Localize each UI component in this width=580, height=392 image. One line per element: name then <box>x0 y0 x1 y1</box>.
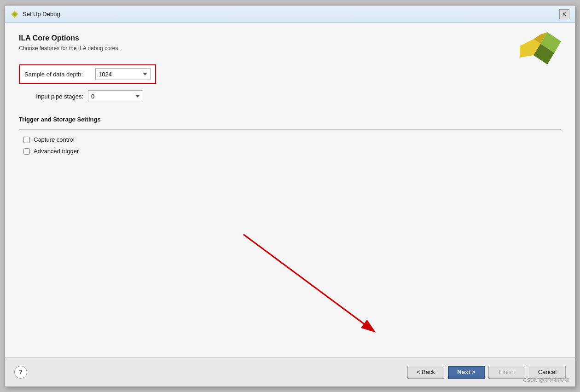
dialog-window: Set Up Debug ✕ ILA Core Options Choose f… <box>5 5 575 387</box>
input-pipe-label: Input pipe stages: <box>19 93 83 100</box>
close-button[interactable]: ✕ <box>559 9 569 19</box>
watermark: CSDN @岁月指尖流 <box>523 377 569 384</box>
sample-depth-select[interactable]: 1024 512 256 128 2048 4096 <box>95 68 151 80</box>
svg-line-7 <box>244 234 375 331</box>
input-pipe-select[interactable]: 0 1 2 3 4 5 <box>88 90 143 102</box>
finish-button[interactable]: Finish <box>488 366 525 379</box>
footer-left: ? <box>14 366 27 379</box>
page-subtitle: Choose features for the ILA debug cores. <box>19 45 561 52</box>
dialog-title: Set Up Debug <box>23 11 60 17</box>
capture-control-row: Capture control <box>23 136 561 143</box>
vivado-logo <box>520 32 561 69</box>
content-area: ILA Core Options Choose features for the… <box>5 23 575 357</box>
capture-control-checkbox[interactable] <box>23 137 30 143</box>
input-pipe-row: Input pipe stages: 0 1 2 3 4 5 <box>19 90 561 102</box>
back-button[interactable]: < Back <box>407 366 444 379</box>
title-bar: Set Up Debug ✕ <box>5 6 575 23</box>
sample-depth-label: Sample of data depth: <box>24 71 89 78</box>
help-button[interactable]: ? <box>14 366 27 379</box>
capture-control-label: Capture control <box>34 136 75 143</box>
footer-bar: ? < Back Next > Finish Cancel <box>5 357 575 386</box>
page-title: ILA Core Options <box>19 34 561 42</box>
advanced-trigger-row: Advanced trigger <box>23 148 561 155</box>
title-bar-left: Set Up Debug <box>11 10 60 18</box>
app-icon <box>11 10 19 18</box>
advanced-trigger-label: Advanced trigger <box>34 148 79 155</box>
advanced-trigger-checkbox[interactable] <box>23 148 30 155</box>
trigger-section-heading: Trigger and Storage Settings <box>19 116 561 123</box>
sample-depth-row: Sample of data depth: 1024 512 256 128 2… <box>19 64 156 84</box>
next-button[interactable]: Next > <box>448 366 485 379</box>
section-divider <box>19 129 561 130</box>
